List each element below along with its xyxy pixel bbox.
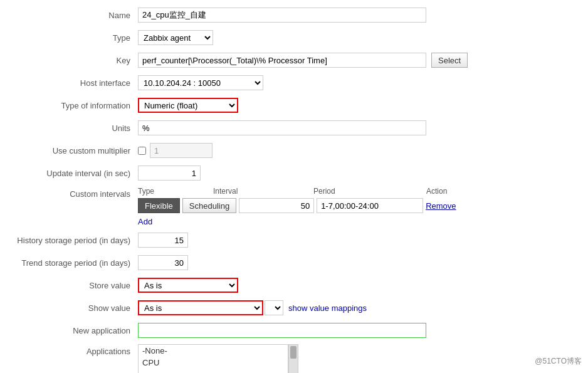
type-row: Type Zabbix agent Zabbix agent (active) … [13,29,575,46]
host-interface-row: Host interface 10.10.204.24 : 10050 [13,74,575,92]
store-value-control: As is Delta (speed per second) Delta (si… [138,278,575,293]
history-storage-label: History storage period (in days) [13,236,138,245]
show-value-select[interactable]: As is [138,300,263,315]
applications-control: -None- CPU [138,344,575,373]
store-value-label: Store value [13,281,138,290]
host-interface-label: Host interface [13,78,138,88]
trend-storage-control [138,255,575,270]
new-application-row: New application [13,322,575,339]
type-select[interactable]: Zabbix agent Zabbix agent (active) Simpl… [138,30,213,45]
watermark: @51CTO博客 [535,356,582,367]
key-row: Key Select [13,51,575,69]
trend-storage-row: Trend storage period (in days) [13,254,575,271]
history-storage-input[interactable] [138,233,188,248]
scrollbar[interactable] [288,344,298,373]
add-link-row: Add [138,217,476,226]
scrollbar-thumb [290,346,297,359]
add-link[interactable]: Add [138,217,152,226]
type-of-info-label: Type of information [13,101,138,110]
ci-header: Type Interval Period Action [138,187,476,196]
custom-intervals-block: Type Interval Period Action Flexible Sch… [138,187,476,226]
ci-period-input[interactable] [317,198,423,213]
new-application-control [138,323,575,338]
store-value-select[interactable]: As is Delta (speed per second) Delta (si… [138,278,238,293]
trend-storage-label: Trend storage period (in days) [13,258,138,268]
key-input[interactable] [138,53,426,68]
store-value-row: Store value As is Delta (speed per secon… [13,276,575,294]
units-input[interactable] [138,120,426,135]
custom-intervals-row: Custom intervals Type Interval Period Ac… [13,187,575,226]
custom-intervals-label: Custom intervals [13,187,138,199]
ci-col-period-header: Period [313,187,426,196]
new-application-label: New application [13,326,138,335]
new-application-input[interactable] [138,323,426,338]
name-input[interactable] [138,8,426,23]
applications-list[interactable]: -None- CPU [138,344,288,373]
scheduling-button[interactable]: Scheduling [182,198,236,213]
key-label: Key [13,56,138,65]
type-control: Zabbix agent Zabbix agent (active) Simpl… [138,30,575,45]
update-interval-label: Update interval (in sec) [13,169,138,178]
history-storage-control [138,233,575,248]
multiplier-value-input [150,143,213,158]
multiplier-row: Use custom multiplier [13,142,575,159]
show-value-type-select[interactable]: ▼ [265,300,283,315]
custom-intervals-control: Type Interval Period Action Flexible Sch… [138,187,575,226]
ci-col-action-header: Action [426,187,476,196]
multiplier-label: Use custom multiplier [13,146,138,155]
multiplier-checkbox[interactable] [138,147,146,155]
units-label: Units [13,123,138,133]
flexible-button[interactable]: Flexible [138,198,180,213]
type-label: Type [13,33,138,43]
ci-interval-input[interactable] [239,198,314,213]
applications-row: Applications -None- CPU [13,344,575,373]
show-value-mappings-link[interactable]: show value mappings [288,303,367,313]
units-row: Units [13,119,575,137]
remove-link[interactable]: Remove [426,201,456,211]
update-interval-row: Update interval (in sec) [13,164,575,182]
trend-storage-input[interactable] [138,255,188,270]
update-interval-control [138,165,575,181]
show-value-row: Show value As is ▼ show value mappings [13,299,575,317]
ci-col-interval-header: Interval [213,187,313,196]
multiplier-control [138,143,575,158]
ci-col-type-header: Type [138,187,213,196]
ci-data-row: Flexible Scheduling Remove [138,198,476,213]
show-value-label: Show value [13,303,138,313]
form-container: Name Type Zabbix agent Zabbix agent (act… [0,0,588,373]
type-of-info-control: Numeric (float) Numeric (unsigned) Chara… [138,98,575,113]
host-interface-select[interactable]: 10.10.204.24 : 10050 [138,75,263,90]
history-storage-row: History storage period (in days) [13,231,575,249]
key-control: Select [138,53,575,68]
select-button[interactable]: Select [431,53,468,68]
name-label: Name [13,11,138,20]
show-value-control: As is ▼ show value mappings [138,300,575,315]
application-item-cpu[interactable]: CPU [139,357,288,369]
host-interface-control: 10.10.204.24 : 10050 [138,75,575,90]
name-control [138,8,575,23]
units-control [138,120,575,135]
type-of-info-row: Type of information Numeric (float) Nume… [13,97,575,114]
application-item-none[interactable]: -None- [139,345,288,357]
update-interval-input[interactable] [138,165,201,181]
applications-label: Applications [13,344,138,356]
type-of-info-select[interactable]: Numeric (float) Numeric (unsigned) Chara… [138,98,238,113]
name-row: Name [13,6,575,24]
